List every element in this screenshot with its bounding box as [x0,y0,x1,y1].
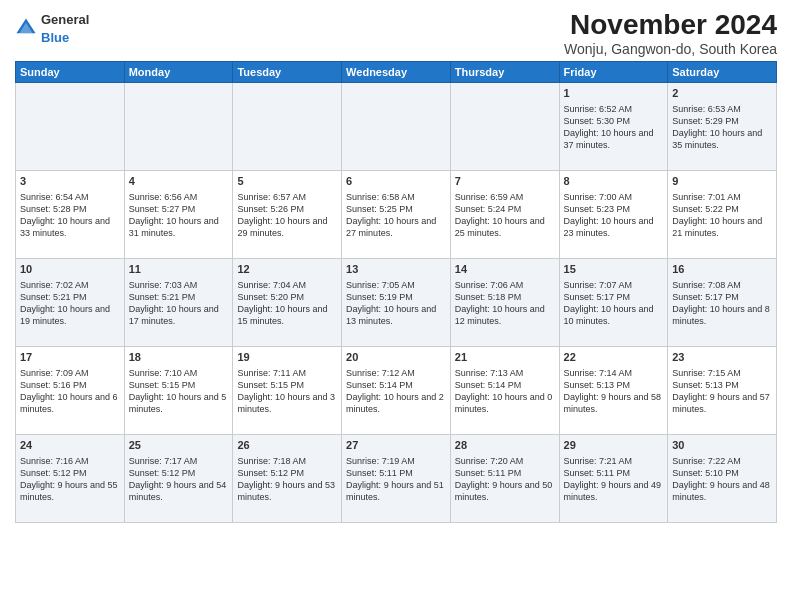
calendar-cell: 19Sunrise: 7:11 AMSunset: 5:15 PMDayligh… [233,346,342,434]
day-number: 15 [564,262,664,277]
day-number: 7 [455,174,555,189]
day-info: Daylight: 10 hours and 12 minutes. [455,303,555,327]
calendar-cell: 22Sunrise: 7:14 AMSunset: 5:13 PMDayligh… [559,346,668,434]
col-wednesday: Wednesday [342,61,451,82]
day-info: Sunrise: 7:10 AM [129,367,229,379]
day-info: Sunrise: 7:15 AM [672,367,772,379]
day-info: Sunset: 5:15 PM [237,379,337,391]
day-info: Sunrise: 6:53 AM [672,103,772,115]
calendar-cell: 3Sunrise: 6:54 AMSunset: 5:28 PMDaylight… [16,170,125,258]
day-number: 1 [564,86,664,101]
logo-icon [15,17,37,39]
calendar-cell: 13Sunrise: 7:05 AMSunset: 5:19 PMDayligh… [342,258,451,346]
day-number: 5 [237,174,337,189]
day-info: Sunrise: 7:20 AM [455,455,555,467]
day-number: 18 [129,350,229,365]
day-info: Daylight: 10 hours and 13 minutes. [346,303,446,327]
calendar-week-5: 24Sunrise: 7:16 AMSunset: 5:12 PMDayligh… [16,434,777,522]
day-info: Sunrise: 7:21 AM [564,455,664,467]
day-info: Sunrise: 7:03 AM [129,279,229,291]
day-info: Sunset: 5:15 PM [129,379,229,391]
day-number: 26 [237,438,337,453]
day-info: Daylight: 9 hours and 49 minutes. [564,479,664,503]
day-number: 25 [129,438,229,453]
day-info: Daylight: 10 hours and 8 minutes. [672,303,772,327]
day-info: Sunrise: 6:56 AM [129,191,229,203]
day-number: 23 [672,350,772,365]
day-number: 8 [564,174,664,189]
day-info: Daylight: 10 hours and 31 minutes. [129,215,229,239]
day-info: Daylight: 10 hours and 21 minutes. [672,215,772,239]
day-number: 10 [20,262,120,277]
day-info: Sunrise: 7:04 AM [237,279,337,291]
day-number: 13 [346,262,446,277]
day-info: Sunset: 5:11 PM [564,467,664,479]
calendar-cell: 25Sunrise: 7:17 AMSunset: 5:12 PMDayligh… [124,434,233,522]
location-subtitle: Wonju, Gangwon-do, South Korea [564,41,777,57]
day-number: 21 [455,350,555,365]
day-number: 20 [346,350,446,365]
day-info: Sunrise: 7:02 AM [20,279,120,291]
day-info: Sunset: 5:28 PM [20,203,120,215]
day-info: Daylight: 9 hours and 50 minutes. [455,479,555,503]
day-info: Sunrise: 7:17 AM [129,455,229,467]
calendar-cell: 17Sunrise: 7:09 AMSunset: 5:16 PMDayligh… [16,346,125,434]
col-thursday: Thursday [450,61,559,82]
day-info: Sunset: 5:12 PM [20,467,120,479]
day-info: Sunrise: 7:11 AM [237,367,337,379]
day-info: Sunrise: 7:19 AM [346,455,446,467]
day-info: Sunrise: 7:08 AM [672,279,772,291]
day-info: Sunset: 5:14 PM [455,379,555,391]
day-info: Sunset: 5:25 PM [346,203,446,215]
day-info: Sunrise: 7:12 AM [346,367,446,379]
day-info: Daylight: 10 hours and 25 minutes. [455,215,555,239]
day-info: Sunrise: 7:07 AM [564,279,664,291]
logo-general: General [41,12,89,27]
day-info: Daylight: 10 hours and 35 minutes. [672,127,772,151]
day-info: Daylight: 9 hours and 58 minutes. [564,391,664,415]
day-number: 14 [455,262,555,277]
month-title: November 2024 [564,10,777,41]
day-info: Daylight: 10 hours and 5 minutes. [129,391,229,415]
day-info: Daylight: 9 hours and 53 minutes. [237,479,337,503]
day-info: Sunset: 5:23 PM [564,203,664,215]
day-info: Sunset: 5:17 PM [564,291,664,303]
day-info: Daylight: 10 hours and 29 minutes. [237,215,337,239]
header: General Blue November 2024 Wonju, Gangwo… [15,10,777,57]
day-info: Daylight: 10 hours and 15 minutes. [237,303,337,327]
calendar-cell: 4Sunrise: 6:56 AMSunset: 5:27 PMDaylight… [124,170,233,258]
calendar-cell: 26Sunrise: 7:18 AMSunset: 5:12 PMDayligh… [233,434,342,522]
day-info: Sunset: 5:10 PM [672,467,772,479]
day-number: 9 [672,174,772,189]
day-number: 4 [129,174,229,189]
day-info: Sunset: 5:19 PM [346,291,446,303]
day-info: Daylight: 10 hours and 33 minutes. [20,215,120,239]
day-info: Daylight: 10 hours and 6 minutes. [20,391,120,415]
day-number: 2 [672,86,772,101]
calendar-cell [342,82,451,170]
calendar-cell: 1Sunrise: 6:52 AMSunset: 5:30 PMDaylight… [559,82,668,170]
day-info: Daylight: 10 hours and 0 minutes. [455,391,555,415]
day-info: Daylight: 10 hours and 2 minutes. [346,391,446,415]
day-info: Sunrise: 6:57 AM [237,191,337,203]
day-info: Sunrise: 6:59 AM [455,191,555,203]
day-info: Sunset: 5:16 PM [20,379,120,391]
day-info: Sunset: 5:27 PM [129,203,229,215]
day-info: Sunset: 5:21 PM [20,291,120,303]
day-number: 24 [20,438,120,453]
calendar-cell: 18Sunrise: 7:10 AMSunset: 5:15 PMDayligh… [124,346,233,434]
calendar-cell: 2Sunrise: 6:53 AMSunset: 5:29 PMDaylight… [668,82,777,170]
day-info: Sunrise: 7:13 AM [455,367,555,379]
day-number: 19 [237,350,337,365]
main-container: General Blue November 2024 Wonju, Gangwo… [0,0,792,528]
day-info: Sunset: 5:13 PM [672,379,772,391]
calendar-cell [450,82,559,170]
calendar-cell: 16Sunrise: 7:08 AMSunset: 5:17 PMDayligh… [668,258,777,346]
calendar-week-1: 1Sunrise: 6:52 AMSunset: 5:30 PMDaylight… [16,82,777,170]
day-info: Sunrise: 7:16 AM [20,455,120,467]
day-info: Sunrise: 6:52 AM [564,103,664,115]
calendar-cell: 9Sunrise: 7:01 AMSunset: 5:22 PMDaylight… [668,170,777,258]
day-info: Daylight: 10 hours and 3 minutes. [237,391,337,415]
day-info: Sunset: 5:21 PM [129,291,229,303]
day-info: Sunset: 5:22 PM [672,203,772,215]
